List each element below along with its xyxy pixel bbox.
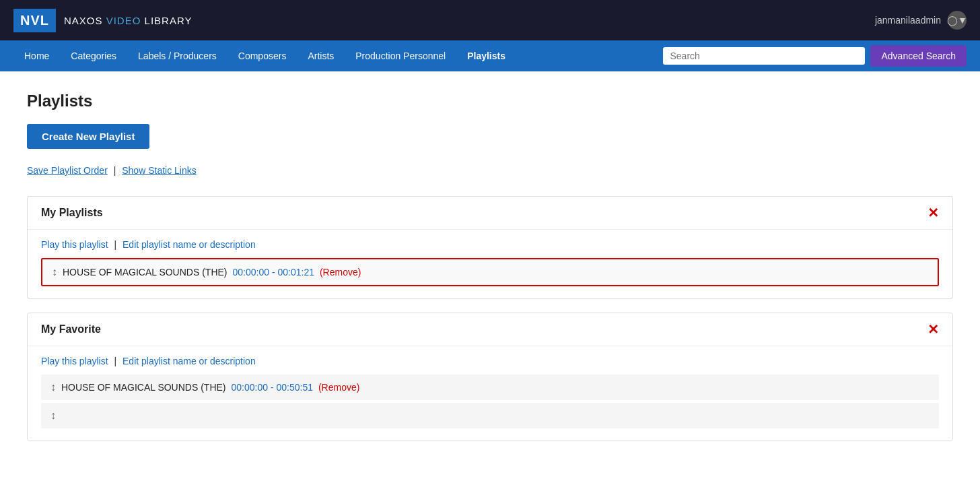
item-title: [61, 410, 64, 421]
nav-item-home[interactable]: Home: [13, 40, 60, 71]
link-separator: |: [114, 165, 119, 176]
my-favorite-close-button[interactable]: ✕: [928, 323, 939, 336]
nav-item-composers[interactable]: Composers: [228, 40, 298, 71]
playlist-links: Save Playlist Order | Show Static Links: [27, 165, 953, 176]
my-playlists-title: My Playlists: [41, 207, 103, 219]
my-playlists-header: My Playlists ✕: [28, 197, 952, 230]
my-playlists-body: Play this playlist | Edit playlist name …: [28, 230, 952, 298]
my-favorite-actions: Play this playlist | Edit playlist name …: [41, 356, 939, 366]
item-remove-button[interactable]: (Remove): [320, 267, 361, 278]
search-input[interactable]: [663, 47, 865, 65]
nav-item-playlists[interactable]: Playlists: [456, 40, 516, 71]
item-title: HOUSE OF MAGICAL SOUNDS (THE): [61, 382, 226, 393]
playlist-item: ↕: [41, 403, 939, 428]
nav-item-artists[interactable]: Artists: [297, 40, 345, 71]
header-left: NVL NAXOS VIDEO LIBRARY: [13, 9, 192, 32]
username-label: janmanilaadmin: [875, 15, 941, 26]
item-time-range: 00:00:00 - 00:50:51: [232, 382, 313, 393]
my-favorite-title: My Favorite: [41, 323, 101, 335]
header-right: janmanilaadmin ◯▼: [875, 11, 967, 30]
edit-playlist-link-0[interactable]: Edit playlist name or description: [123, 239, 256, 250]
play-this-playlist-link-1[interactable]: Play this playlist: [41, 356, 108, 366]
nav-item-categories[interactable]: Categories: [60, 40, 127, 71]
my-playlists-card: My Playlists ✕ Play this playlist | Edit…: [27, 196, 953, 299]
playlist-item: ↕ HOUSE OF MAGICAL SOUNDS (THE) 00:00:00…: [41, 375, 939, 400]
show-static-links-link[interactable]: Show Static Links: [122, 165, 197, 176]
nav-search: Advanced Search: [663, 45, 967, 67]
edit-playlist-link-1[interactable]: Edit playlist name or description: [123, 356, 256, 366]
drag-handle-icon[interactable]: ↕: [52, 266, 57, 278]
drag-handle-icon[interactable]: ↕: [50, 410, 56, 422]
my-favorite-header: My Favorite ✕: [28, 313, 952, 346]
save-playlist-order-link[interactable]: Save Playlist Order: [27, 165, 108, 176]
create-new-playlist-button[interactable]: Create New Playlist: [27, 124, 149, 149]
nav-item-labels-producers[interactable]: Labels / Producers: [127, 40, 228, 71]
nav: Home Categories Labels / Producers Compo…: [0, 40, 980, 71]
page-title: Playlists: [27, 92, 953, 110]
item-remove-button[interactable]: (Remove): [318, 382, 359, 393]
item-title: HOUSE OF MAGICAL SOUNDS (THE): [63, 267, 228, 278]
drag-handle-icon[interactable]: ↕: [50, 381, 56, 393]
user-icon[interactable]: ◯▼: [948, 11, 967, 30]
advanced-search-button[interactable]: Advanced Search: [870, 45, 967, 67]
main-content: Playlists Create New Playlist Save Playl…: [0, 71, 980, 485]
playlist-item: ↕ HOUSE OF MAGICAL SOUNDS (THE) 00:00:00…: [41, 258, 939, 286]
item-time-range: 00:00:00 - 00:01:21: [233, 267, 314, 278]
nav-item-production-personnel[interactable]: Production Personnel: [345, 40, 456, 71]
logo: NVL: [13, 9, 56, 32]
my-favorite-body: Play this playlist | Edit playlist name …: [28, 346, 952, 441]
site-name: NAXOS VIDEO LIBRARY: [64, 15, 192, 26]
my-playlists-close-button[interactable]: ✕: [928, 206, 939, 220]
header: NVL NAXOS VIDEO LIBRARY janmanilaadmin ◯…: [0, 0, 980, 40]
play-this-playlist-link-0[interactable]: Play this playlist: [41, 239, 108, 250]
my-favorite-card: My Favorite ✕ Play this playlist | Edit …: [27, 313, 953, 441]
my-playlists-actions: Play this playlist | Edit playlist name …: [41, 239, 939, 250]
